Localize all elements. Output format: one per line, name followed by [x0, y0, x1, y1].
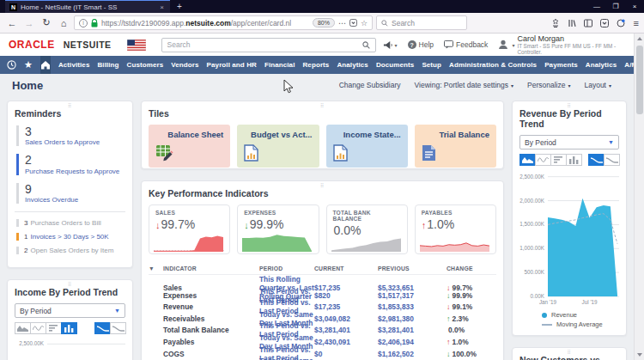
reminder-sales-orders-approve[interactable]: 3 Sales Orders to Approve: [16, 125, 125, 146]
nav-item-documents[interactable]: Documents: [376, 61, 414, 69]
moving-average-on-button[interactable]: [94, 322, 111, 334]
forward-button[interactable]: →: [22, 18, 36, 28]
table-row-cogs[interactable]: COGS This Period vs. Last Period $0 $1,1…: [149, 345, 496, 357]
kpi-card-payables[interactable]: PAYABLES ↑1.0%: [415, 204, 496, 254]
portlet-drag-handle[interactable]: ⠿: [320, 182, 325, 188]
nav-item-financial[interactable]: Financial: [264, 61, 295, 69]
zoom-level-badge[interactable]: 80%: [313, 18, 335, 27]
reload-button[interactable]: ↻: [39, 17, 53, 28]
feedback-link[interactable]: Feedback: [444, 40, 488, 49]
back-button[interactable]: ←: [5, 18, 19, 28]
page-scrollbar[interactable]: [634, 34, 644, 360]
user-menu[interactable]: ▾ Carol Morgan IT Smart - SS Pure FF MM …: [498, 34, 623, 56]
window-minimize-button[interactable]: —: [587, 3, 606, 10]
tile-trial-balance[interactable]: Trial Balance: [415, 125, 496, 168]
nav-item-billing[interactable]: Billing: [97, 61, 118, 69]
nav-item-vendors[interactable]: Vendors: [171, 61, 198, 69]
global-search-input[interactable]: Search: [161, 38, 376, 52]
window-restore-button[interactable]: ❐: [606, 3, 625, 10]
revenue-period-select[interactable]: By Period ▼: [519, 135, 619, 149]
moving-average-off-button[interactable]: [110, 322, 126, 334]
help-link[interactable]: ? Help: [408, 40, 434, 49]
nav-item-payments[interactable]: Payments: [544, 61, 578, 69]
moving-average-off-button[interactable]: [604, 154, 620, 166]
chart-type-area-button-active[interactable]: [519, 154, 536, 166]
address-bar[interactable]: i https://tstdrv2190099.app.netsuite.com…: [74, 15, 373, 30]
browser-home-button[interactable]: ⌂: [57, 18, 70, 28]
reminder-purchase-orders-bill[interactable]: 3Purchase Orders to Bill: [16, 219, 125, 227]
nav-item-analytics-2[interactable]: Analytics: [586, 61, 617, 69]
table-row-payables[interactable]: Payables Today vs. Same Day Last Month $…: [149, 333, 496, 345]
quick-add-button[interactable]: ▾: [383, 40, 398, 50]
moving-average-on-button[interactable]: [588, 154, 605, 166]
chart-type-line-button[interactable]: [30, 322, 46, 334]
table-row-sales[interactable]: Sales This Rolling Quarter vs. Last Roll…: [149, 275, 496, 287]
nav-item-reports[interactable]: Reports: [302, 61, 329, 69]
account-icon[interactable]: [551, 19, 560, 27]
recent-records-icon[interactable]: [7, 60, 16, 70]
bookmark-star-icon[interactable]: ☆: [361, 19, 368, 27]
pocket-extension-icon[interactable]: [600, 19, 609, 27]
portlet-drag-handle[interactable]: ⠿: [320, 102, 325, 108]
table-filter-icon[interactable]: ▼: [149, 265, 163, 272]
chevron-down-icon: ▼: [114, 308, 120, 314]
chart-type-area-button[interactable]: [15, 322, 31, 334]
nav-item-activities[interactable]: Activities: [58, 61, 90, 69]
kpi-card-expenses[interactable]: EXPENSES ↓99.9%: [237, 204, 319, 254]
browser-tab[interactable]: N Home - NetSuite (IT Smart - SS ×: [5, 0, 170, 13]
table-row-receivables[interactable]: Receivables Today vs. Same Day Last Mont…: [149, 310, 496, 322]
chart-type-hbar-button[interactable]: [550, 154, 567, 166]
chart-type-hbar-button[interactable]: [46, 322, 62, 334]
page-actions-icon[interactable]: ⋯: [338, 19, 346, 27]
home-tab-icon[interactable]: [40, 56, 51, 74]
chart-type-line-button[interactable]: [535, 154, 551, 166]
nav-item-admin-controls[interactable]: Administration & Controls: [449, 61, 537, 69]
shortcuts-star-icon[interactable]: ★: [24, 59, 33, 70]
viewing-portlet-date-settings[interactable]: Viewing: Portlet date settings▾: [415, 81, 513, 89]
reminder-invoices-30-days[interactable]: 1Invoices > 30 Days > 50K: [16, 233, 125, 241]
portlet-drag-handle[interactable]: ⠿: [68, 281, 72, 287]
nav-item-setup[interactable]: Setup: [422, 61, 441, 69]
table-row-revenue[interactable]: Revenue This Period vs. Last Period $17,…: [149, 298, 496, 310]
portlet-drag-handle[interactable]: ⠿: [567, 102, 571, 108]
reminder-invoices-overdue[interactable]: 9 Invoices Overdue: [16, 183, 125, 204]
menu-icon[interactable]: ≡: [634, 18, 639, 28]
tile-budget-vs-actual[interactable]: Budget vs Act...: [237, 125, 319, 168]
income-trend-chart[interactable]: 2,500.00K2,000.00K1,500.00K: [15, 339, 125, 360]
site-info-icon[interactable]: i: [79, 19, 88, 27]
chart-type-vbar-button[interactable]: [566, 154, 582, 166]
nav-item-analytics[interactable]: Analytics: [337, 61, 368, 69]
tab-close-icon[interactable]: ×: [158, 3, 166, 11]
browser-search-box[interactable]: Search: [376, 15, 467, 30]
change-subsidiary-link[interactable]: Change Subsidiary: [339, 81, 401, 89]
container-extension-icon[interactable]: [617, 19, 625, 27]
pocket-icon[interactable]: [349, 19, 357, 27]
income-period-select[interactable]: By Period ▼: [15, 303, 125, 318]
kpi-card-sales[interactable]: SALES ↓99.7%: [149, 204, 230, 254]
revenue-trend-chart[interactable]: 2,500.00K2,000.00K1,500.00K1,000.00K500.…: [519, 171, 619, 308]
table-row-total-bank-balance[interactable]: Total Bank Balance This Period vs. Last …: [149, 321, 496, 333]
window-close-button[interactable]: ×: [625, 3, 644, 10]
nav-item-customers[interactable]: Customers: [127, 61, 164, 69]
kpi-table: ▼ INDICATOR PERIOD CURRENT PREVIOUS CHAN…: [149, 262, 496, 360]
portlet-drag-handle[interactable]: ⠿: [567, 349, 571, 355]
expenses-sparkline: [242, 233, 313, 252]
chevron-down-icon: ▾: [568, 82, 570, 88]
library-icon[interactable]: [568, 19, 576, 27]
tiles-portlet: ⠿ Tiles Balance Sheet: [141, 101, 504, 169]
reminder-purchase-requests-approve[interactable]: 2 Purchase Requests to Approve: [16, 154, 125, 174]
layout-menu[interactable]: Layout▾: [584, 81, 611, 89]
scroll-up-arrow[interactable]: [635, 34, 644, 44]
tile-income-statement[interactable]: Income State...: [326, 125, 408, 168]
chart-type-vbar-button-active[interactable]: [61, 322, 77, 334]
reminder-open-sales-orders[interactable]: 2Open Sales Orders by Item: [16, 247, 125, 254]
nav-item-payroll-hr[interactable]: Payroll and HR: [207, 61, 257, 69]
kpi-card-total-bank-balance[interactable]: TOTAL BANK BALANCE 0.0%: [326, 204, 408, 254]
new-tab-button[interactable]: +: [170, 0, 189, 13]
personalize-menu[interactable]: Personalize▾: [527, 81, 570, 89]
tile-balance-sheet[interactable]: Balance Sheet: [149, 125, 230, 168]
scrollbar-thumb[interactable]: [636, 46, 643, 114]
sidebar-icon[interactable]: [584, 19, 592, 27]
scroll-down-arrow[interactable]: [635, 350, 644, 360]
portlet-drag-handle[interactable]: ⠿: [68, 102, 72, 108]
